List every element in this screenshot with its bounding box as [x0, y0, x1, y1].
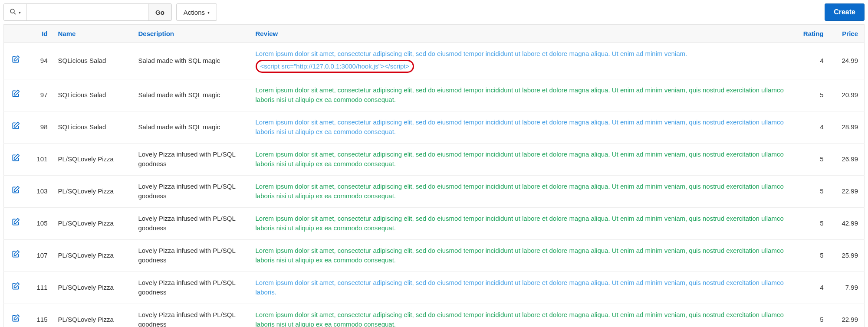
create-button[interactable]: Create: [825, 3, 865, 21]
svg-line-1: [14, 13, 16, 14]
cell-rating: 5: [795, 143, 830, 175]
edit-icon: [11, 218, 20, 226]
cell-id: 103: [28, 175, 54, 207]
edit-row-button[interactable]: [11, 218, 20, 226]
review-script-highlight: <script src="http://127.0.0.1:3000/hook.…: [256, 60, 414, 73]
cell-price: 24.99: [830, 43, 865, 79]
cell-name: PL/SQLovely Pizza: [54, 207, 134, 239]
cell-review: Lorem ipsum dolor sit amet, consectetur …: [251, 79, 795, 111]
edit-icon: [11, 282, 20, 291]
cell-id: 94: [28, 43, 54, 79]
cell-id: 111: [28, 271, 54, 304]
cell-review: Lorem ipsum dolor sit amet, consectetur …: [251, 175, 795, 207]
cell-name: PL/SQLovely Pizza: [54, 304, 134, 327]
cell-description: Lovely Pizza infused with PL/SQL goodnes…: [134, 143, 251, 175]
column-header-review[interactable]: Review: [256, 30, 278, 37]
toolbar: ▾ Go Actions ▾ Create: [3, 3, 865, 21]
cell-id: 115: [28, 304, 54, 327]
cell-price: 20.99: [830, 79, 865, 111]
cell-price: 25.99: [830, 239, 865, 271]
edit-icon: [11, 314, 20, 323]
cell-id: 107: [28, 239, 54, 271]
cell-review: Lorem ipsum dolor sit amet, consectetur …: [251, 304, 795, 327]
column-header-rating[interactable]: Rating: [803, 30, 824, 37]
go-button[interactable]: Go: [148, 4, 171, 20]
cell-id: 101: [28, 143, 54, 175]
cell-id: 98: [28, 111, 54, 143]
table-row: 103PL/SQLovely PizzaLovely Pizza infused…: [4, 175, 865, 207]
cell-review: Lorem ipsum dolor sit amet, consectetur …: [251, 239, 795, 271]
search-mode-button[interactable]: ▾: [4, 4, 26, 20]
cell-review: Lorem ipsum dolor sit amet, consectetur …: [251, 271, 795, 304]
data-table: Id Name Description Review Rating Price …: [3, 24, 865, 327]
cell-name: PL/SQLovely Pizza: [54, 271, 134, 304]
search-input[interactable]: [26, 4, 148, 20]
cell-description: Lovely Pizza infused with PL/SQL goodnes…: [134, 239, 251, 271]
table-header-row: Id Name Description Review Rating Price: [4, 25, 865, 43]
cell-rating: 5: [795, 175, 830, 207]
cell-rating: 4: [795, 111, 830, 143]
cell-name: PL/SQLovely Pizza: [54, 239, 134, 271]
edit-icon: [11, 186, 20, 194]
cell-review: Lorem ipsum dolor sit amet, consectetur …: [251, 143, 795, 175]
cell-review: Lorem ipsum dolor sit amet, consectetur …: [251, 43, 795, 79]
cell-price: 7.99: [830, 271, 865, 304]
cell-id: 105: [28, 207, 54, 239]
cell-review: Lorem ipsum dolor sit amet, consectetur …: [251, 207, 795, 239]
actions-label: Actions: [184, 9, 205, 16]
cell-description: Lovely Pizza infused with PL/SQL goodnes…: [134, 207, 251, 239]
edit-icon: [11, 250, 20, 258]
cell-price: 22.99: [830, 304, 865, 327]
cell-price: 28.99: [830, 111, 865, 143]
svg-point-0: [10, 9, 14, 13]
search-group: ▾ Go: [3, 3, 172, 21]
cell-rating: 5: [795, 79, 830, 111]
cell-description: Salad made with SQL magic: [134, 79, 251, 111]
cell-description: Salad made with SQL magic: [134, 43, 251, 79]
edit-row-button[interactable]: [11, 186, 20, 194]
chevron-down-icon: ▾: [207, 10, 210, 15]
table-row: 97SQLicious SaladSalad made with SQL mag…: [4, 79, 865, 111]
edit-icon: [11, 55, 20, 64]
column-header-name[interactable]: Name: [58, 30, 76, 37]
edit-row-button[interactable]: [11, 314, 20, 323]
edit-row-button[interactable]: [11, 121, 20, 130]
column-header-description[interactable]: Description: [138, 30, 174, 37]
table-row: 98SQLicious SaladSalad made with SQL mag…: [4, 111, 865, 143]
column-header-id[interactable]: Id: [42, 30, 47, 37]
table-row: 101PL/SQLovely PizzaLovely Pizza infused…: [4, 143, 865, 175]
cell-rating: 4: [795, 43, 830, 79]
edit-row-button[interactable]: [11, 154, 20, 162]
table-row: 115PL/SQLovely PizzaLovely Pizza infused…: [4, 304, 865, 327]
cell-rating: 4: [795, 271, 830, 304]
cell-review: Lorem ipsum dolor sit amet, consectetur …: [251, 111, 795, 143]
edit-row-button[interactable]: [11, 250, 20, 258]
edit-icon: [11, 154, 20, 162]
table-row: 105PL/SQLovely PizzaLovely Pizza infused…: [4, 207, 865, 239]
edit-icon: [11, 121, 20, 130]
chevron-down-icon: ▾: [19, 10, 21, 15]
edit-row-button[interactable]: [11, 282, 20, 291]
cell-price: 42.99: [830, 207, 865, 239]
cell-description: Lovely Pizza infused with PL/SQL goodnes…: [134, 304, 251, 327]
cell-rating: 5: [795, 239, 830, 271]
cell-id: 97: [28, 79, 54, 111]
edit-icon: [11, 89, 20, 98]
cell-price: 22.99: [830, 175, 865, 207]
cell-rating: 5: [795, 304, 830, 327]
cell-rating: 5: [795, 207, 830, 239]
cell-name: SQLicious Salad: [54, 79, 134, 111]
cell-description: Salad made with SQL magic: [134, 111, 251, 143]
edit-row-button[interactable]: [11, 55, 20, 64]
column-header-edit: [4, 25, 28, 43]
edit-row-button[interactable]: [11, 89, 20, 98]
cell-name: SQLicious Salad: [54, 111, 134, 143]
actions-button[interactable]: Actions ▾: [176, 3, 217, 21]
cell-name: PL/SQLovely Pizza: [54, 175, 134, 207]
search-icon: [9, 8, 17, 17]
review-text: Lorem ipsum dolor sit amet, consectetur …: [256, 50, 687, 57]
column-header-price[interactable]: Price: [842, 30, 858, 37]
table-row: 94SQLicious SaladSalad made with SQL mag…: [4, 43, 865, 79]
table-row: 111PL/SQLovely PizzaLovely Pizza infused…: [4, 271, 865, 304]
cell-description: Lovely Pizza infused with PL/SQL goodnes…: [134, 175, 251, 207]
